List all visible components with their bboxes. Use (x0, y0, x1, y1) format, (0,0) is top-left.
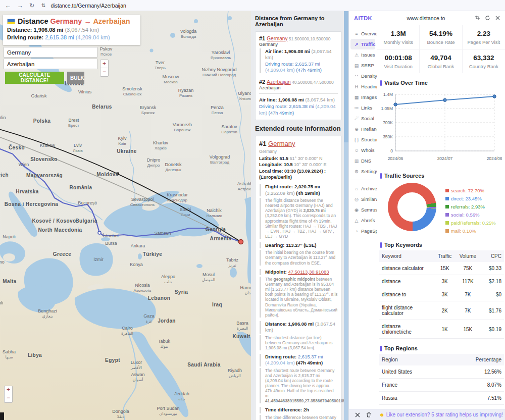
table-cell: flight distance calculator (379, 301, 434, 320)
site-info-icon[interactable]: ⇅ (41, 3, 45, 8)
calculate-distance-button[interactable]: CALCULATE DISTANCE! (5, 72, 64, 84)
map-label: Magyarország (26, 173, 63, 178)
route-title: Distance Germany → Azerbaijan (18, 17, 130, 25)
sidebar-item-traffic[interactable]: ↗Traffic (350, 39, 375, 49)
zoom-out-button[interactable]: − (5, 394, 12, 402)
map-label: Greece (53, 251, 71, 257)
map-label: Riyadh (228, 368, 242, 373)
map-label-native: Псков (100, 52, 112, 57)
reload-icon[interactable]: ↻ (29, 3, 34, 9)
link[interactable]: 47.50113,30.91083 (288, 269, 329, 275)
sidebar-item-headings[interactable]: HHeadings (350, 81, 375, 92)
sidebar-item-serp[interactable]: ▤SERP (350, 60, 375, 71)
text-segment: between Germany and Azerbaijan is in 953… (265, 277, 337, 318)
map-label: Aswan (131, 372, 144, 377)
sidebar-item-images[interactable]: ▦Images (350, 92, 375, 102)
section-marker (380, 80, 382, 86)
sidebar-item-pagespeed[interactable]: ◔PageSpeed (350, 226, 375, 236)
map-label: Hamedan (240, 285, 251, 290)
section-visits-over-time: Visits Over Time (380, 80, 501, 86)
sidebar-item-label: Social (361, 116, 374, 121)
to-input[interactable] (4, 59, 97, 69)
map-label-native: القاهرة (121, 331, 133, 336)
text-block: Local time: 03:30 (13.09.2024) : (Europe… (259, 168, 338, 181)
map-label: Cairo (122, 326, 133, 331)
sidebar-item-density[interactable]: ∷Density (350, 71, 375, 81)
sidebar-item-label: Headings (361, 84, 377, 89)
address-bar[interactable]: distance.to/Germany/Azerbaijan (50, 3, 126, 9)
page-scrollbar[interactable] (344, 11, 348, 420)
map-label-native: Нальчик (207, 214, 222, 218)
route-summary-detail-card: #1 Germany 51.500000,10.500000GermanyAir… (255, 31, 342, 120)
sidebar-item-social[interactable]: ☄Social (350, 113, 375, 124)
link[interactable]: Germany (267, 36, 287, 41)
regions-table: RegionPercentageUnited States12.56%Franc… (379, 354, 504, 405)
map-label-native: Λευκωσία (134, 288, 152, 293)
legend-item-paidReferrals: paidReferrals: 0.25% (445, 219, 496, 227)
zoom-in-button[interactable]: + (5, 386, 12, 394)
text-segment: Air line: (259, 97, 278, 102)
sidebar-item-issues[interactable]: ⚠Issues (350, 49, 375, 60)
text-segment: Azerbaijan (259, 85, 281, 90)
zoom-out-button[interactable]: − (100, 68, 108, 76)
serp-icon: ▤ (354, 63, 360, 68)
text-block: Germany (259, 42, 338, 47)
half-trip-marker[interactable] (98, 231, 101, 234)
table-row: flight distance calculator2K7K$1.76 (379, 301, 504, 320)
sidebar-item-settings[interactable]: ⚙Settings (350, 166, 375, 177)
text-segment: 51.500000,10.500000 (287, 36, 330, 41)
screenshot-icon[interactable] (475, 15, 480, 21)
map-label: Saudi Arabia (187, 362, 221, 368)
map-area[interactable]: VologdaВологдаYaroslavlЯрославльTverТвер… (0, 11, 251, 420)
sidebar-item-hreflangs[interactable]: ⊕Hreflangs (350, 124, 375, 134)
traffic-icon: ↗ (354, 42, 360, 47)
rating-prompt[interactable]: ☻Like our extension? 5 star rating helps… (377, 412, 505, 417)
map-label: Smolensk (122, 86, 142, 91)
refresh-icon[interactable] (485, 15, 490, 21)
sidebar-item-similarweb[interactable]: ◎Similarweb (350, 194, 375, 204)
link[interactable]: Azerbaijan (267, 79, 290, 85)
map-label: Tabriz (226, 257, 239, 262)
sidebar-item-label: PageSpeed (361, 228, 377, 234)
from-input[interactable] (4, 47, 97, 58)
map-label: Moscow (162, 74, 179, 79)
extension-header: AITDK www.distance.to (349, 11, 505, 25)
svg-text:0: 0 (390, 148, 393, 153)
table-cell: distance to (379, 288, 434, 301)
scrollbar-thumb[interactable] (344, 11, 348, 142)
map-label-native: البصرة (237, 326, 248, 331)
sidebar-item-archive[interactable]: ⌂Archive (350, 183, 375, 194)
bulk-button[interactable]: BULK (67, 72, 84, 84)
map-label-native: Брест (68, 123, 79, 128)
column-header: Volume (456, 250, 480, 262)
sidebar-item-overview[interactable]: ≡Overview (350, 28, 375, 39)
map-label: Bursa (105, 241, 117, 246)
legend-swatch (445, 205, 449, 208)
sidebar-item-dns[interactable]: ▥DNS (350, 155, 375, 166)
sidebar-item-whois[interactable]: ☺Whois (350, 145, 375, 155)
svg-text:350K: 350K (383, 134, 393, 139)
trash-icon[interactable] (366, 410, 371, 419)
close-icon[interactable] (495, 15, 500, 21)
map-label-native: الرياض (229, 374, 240, 378)
stat-label: Visit Duration (378, 64, 418, 69)
text-segment: Bearing: 113.27° (ESE) (265, 242, 316, 248)
forward-icon[interactable]: → (17, 3, 23, 9)
table-cell: 15K (434, 262, 456, 275)
map-label: Belarus (92, 104, 112, 110)
sidebar-item-semrush[interactable]: ◉Semrush (350, 204, 375, 215)
traffic-donut (388, 183, 436, 231)
link[interactable]: Germany (268, 140, 295, 147)
zoom-in-button[interactable]: + (100, 60, 108, 68)
density-icon: ∷ (354, 74, 360, 79)
keywords-table: KeywordTrafficVolumeCPCdistance calculat… (379, 250, 504, 339)
table-cell: $2.18 (480, 275, 504, 288)
sidebar-item-structured[interactable]: { }Structured (350, 134, 375, 145)
map-label-native: غزة (146, 319, 153, 324)
sidebar-item-ahrefs[interactable]: △Ahrefs (350, 215, 375, 226)
destination-marker[interactable] (239, 240, 243, 244)
sidebar-item-links[interactable]: ≔Links (350, 102, 375, 113)
close-panel-icon[interactable] (355, 410, 360, 419)
legend-swatch (445, 221, 449, 225)
back-icon[interactable]: ← (5, 3, 11, 9)
